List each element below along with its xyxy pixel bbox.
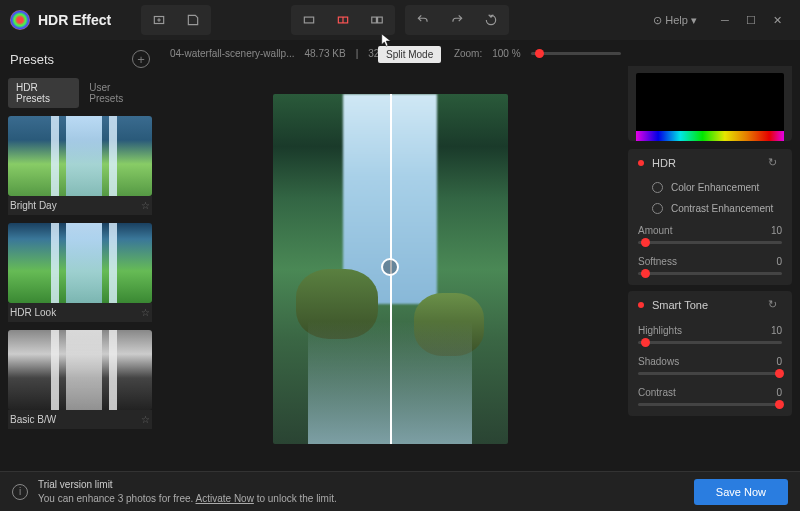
minimize-button[interactable]: ─ (712, 7, 738, 33)
save-file-button[interactable] (179, 9, 207, 31)
smart-tone-header[interactable]: Smart Tone↻ (628, 291, 792, 319)
presets-title: Presets (10, 52, 54, 67)
slider-value: 0 (776, 387, 782, 398)
app-title: HDR Effect (38, 12, 111, 28)
image-preview (273, 94, 508, 444)
side-by-side-button[interactable] (363, 9, 391, 31)
slider-label: Amount (638, 225, 672, 236)
reset-icon: ↻ (768, 298, 782, 312)
histogram-chart (636, 73, 784, 141)
preview-canvas[interactable] (160, 66, 620, 471)
amount-slider[interactable] (638, 241, 782, 244)
shadows-slider[interactable] (638, 372, 782, 375)
preset-item[interactable]: Bright Day☆ (8, 116, 152, 215)
slider-value: 10 (771, 225, 782, 236)
save-now-button[interactable]: Save Now (694, 479, 788, 505)
color-enhancement-radio[interactable]: Color Enhancement (628, 177, 792, 198)
preset-label: HDR Look (10, 307, 56, 318)
histogram-header[interactable]: Histogram⌄ (628, 66, 792, 73)
zoom-label: Zoom: (454, 48, 482, 59)
presets-sidebar: Presets + HDR Presets User Presets Brigh… (0, 66, 160, 471)
preset-thumbnail (8, 116, 152, 196)
contrast-slider[interactable] (638, 403, 782, 406)
slider-label: Contrast (638, 387, 676, 398)
softness-slider[interactable] (638, 272, 782, 275)
footer-bar: i Trial version limit You can enhance 3 … (0, 471, 800, 511)
preset-label: Bright Day (10, 200, 57, 211)
help-menu[interactable]: ⊙ Help ▾ (653, 14, 697, 27)
preset-label: Basic B/W (10, 414, 56, 425)
zoom-value: 100 % (492, 48, 520, 59)
hdr-panel-header[interactable]: HDR↻ (628, 149, 792, 177)
svg-rect-4 (372, 17, 377, 23)
svg-rect-1 (304, 17, 313, 23)
slider-label: Highlights (638, 325, 682, 336)
activate-link[interactable]: Activate Now (196, 493, 254, 504)
favorite-icon[interactable]: ☆ (141, 414, 150, 425)
slider-label: Shadows (638, 356, 679, 367)
contrast-enhancement-radio[interactable]: Contrast Enhancement (628, 198, 792, 219)
cursor-icon (380, 34, 394, 48)
filesize-label: 48.73 KB (305, 48, 346, 59)
tooltip: Split Mode (378, 46, 441, 63)
view-mode-group (291, 5, 395, 35)
favorite-icon[interactable]: ☆ (141, 200, 150, 211)
slider-value: 0 (776, 356, 782, 367)
slider-value: 0 (776, 256, 782, 267)
reset-icon: ↻ (768, 156, 782, 170)
preset-thumbnail (8, 223, 152, 303)
svg-rect-5 (378, 17, 383, 23)
app-logo (10, 10, 30, 30)
adjustments-panel: Histogram⌄ HDR↻ Color Enhancement Contra… (620, 66, 800, 471)
maximize-button[interactable]: ☐ (738, 7, 764, 33)
filename-label: 04-waterfall-scenery-wallp... (170, 48, 295, 59)
open-file-button[interactable] (145, 9, 173, 31)
zoom-slider[interactable] (531, 52, 621, 55)
preset-item[interactable]: Basic B/W☆ (8, 330, 152, 429)
preset-thumbnail (8, 330, 152, 410)
trial-message: Trial version limit You can enhance 3 ph… (38, 478, 337, 506)
preset-list[interactable]: Bright Day☆ HDR Look☆ Basic B/W☆ (8, 116, 152, 471)
preset-item[interactable]: HDR Look☆ (8, 223, 152, 322)
redo-button[interactable] (443, 9, 471, 31)
undo-button[interactable] (409, 9, 437, 31)
close-button[interactable]: ✕ (764, 7, 790, 33)
reset-button[interactable] (477, 9, 505, 31)
title-bar: HDR Effect ⊙ Help ▾ ─ ☐ ✕ (0, 0, 800, 40)
tab-user-presets[interactable]: User Presets (81, 78, 152, 108)
history-tools (405, 5, 509, 35)
slider-value: 10 (771, 325, 782, 336)
highlights-slider[interactable] (638, 341, 782, 344)
split-handle[interactable] (381, 258, 399, 276)
info-icon: i (12, 484, 28, 500)
file-tools (141, 5, 211, 35)
single-view-button[interactable] (295, 9, 323, 31)
split-view-button[interactable] (329, 9, 357, 31)
favorite-icon[interactable]: ☆ (141, 307, 150, 318)
tab-hdr-presets[interactable]: HDR Presets (8, 78, 79, 108)
slider-label: Softness (638, 256, 677, 267)
add-preset-button[interactable]: + (132, 50, 150, 68)
